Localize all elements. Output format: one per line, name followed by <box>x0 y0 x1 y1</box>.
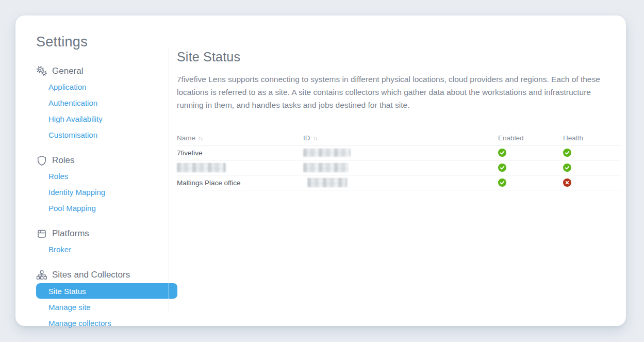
cell-health <box>563 149 621 157</box>
cell-name: Maltings Place office <box>177 179 303 187</box>
redacted-name <box>177 163 226 172</box>
cell-id <box>303 149 498 157</box>
sidebar-item-application[interactable]: Application <box>36 79 177 95</box>
sidebar-item-broker[interactable]: Broker <box>36 241 177 257</box>
site-name: Maltings Place office <box>177 179 241 187</box>
table-row: Maltings Place office <box>177 175 621 190</box>
sidebar-item-identity-mapping[interactable]: Identity Mapping <box>36 184 177 200</box>
column-header-label: Health <box>563 134 583 142</box>
sidebar-section-label: Platforms <box>52 229 89 239</box>
sidebar-section-sites-and-collectors: Sites and CollectorsSite StatusManage si… <box>36 267 177 331</box>
redacted-id <box>307 178 348 187</box>
sidebar-item-authentication[interactable]: Authentication <box>36 95 177 111</box>
cell-enabled <box>498 149 563 157</box>
site-table-body: 7fivefiveMaltings Place office <box>177 145 621 190</box>
sidebar-section-label: Roles <box>52 155 74 166</box>
column-header-health: Health <box>563 134 621 142</box>
column-header-name[interactable]: Name↑↓ <box>177 134 303 142</box>
column-header-id[interactable]: ID↑↓ <box>303 134 498 142</box>
sidebar-section-header: Sites and Collectors <box>36 267 177 283</box>
status-ok-icon <box>563 164 571 172</box>
cell-health <box>563 164 621 172</box>
status-ok-icon <box>498 164 506 172</box>
cell-name <box>177 163 303 172</box>
sidebar-item-customisation[interactable]: Customisation <box>36 127 177 143</box>
redacted-id <box>303 163 349 172</box>
column-header-enabled: Enabled <box>498 134 563 142</box>
sidebar-item-pool-mapping[interactable]: Pool Mapping <box>36 200 177 216</box>
sidebar-section-header: Roles <box>36 152 177 168</box>
shield-icon <box>36 155 47 166</box>
sidebar-section-header: Platforms <box>36 225 177 241</box>
column-header-label: Name <box>177 134 195 142</box>
sidebar-section-header: General <box>36 63 177 79</box>
platform-box-icon <box>36 229 47 239</box>
table-row: 7fivefive <box>177 145 621 160</box>
table-row <box>177 160 621 175</box>
cell-id <box>303 178 498 187</box>
page-title: Settings <box>36 34 88 50</box>
status-ok-icon <box>498 178 506 187</box>
site-table: Name↑↓ID↑↓EnabledHealth 7fivefiveMalting… <box>177 131 621 190</box>
vertical-divider <box>169 46 169 312</box>
settings-card: Settings GeneralApplicationAuthenticatio… <box>15 15 626 326</box>
sidebar-section-platforms: PlatformsBroker <box>36 225 177 257</box>
sidebar-item-manage-collectors[interactable]: Manage collectors <box>36 315 177 331</box>
status-ok-icon <box>498 149 506 157</box>
sidebar-item-roles[interactable]: Roles <box>36 168 177 184</box>
status-ok-icon <box>563 149 571 157</box>
site-name: 7fivefive <box>177 149 203 157</box>
sidebar-section-roles: RolesRolesIdentity MappingPool Mapping <box>36 152 177 216</box>
cell-name: 7fivefive <box>177 149 303 157</box>
column-header-label: ID <box>303 134 310 142</box>
section-title: Site Status <box>177 50 621 64</box>
cell-health <box>563 178 621 187</box>
column-header-label: Enabled <box>498 134 524 142</box>
cell-id <box>303 163 498 172</box>
sidebar-section-label: Sites and Collectors <box>52 270 130 280</box>
sidebar-section-label: General <box>52 66 83 76</box>
sidebar: GeneralApplicationAuthenticationHigh Ava… <box>36 63 177 340</box>
site-table-header: Name↑↓ID↑↓EnabledHealth <box>177 131 621 145</box>
gears-icon <box>36 66 47 76</box>
status-error-icon <box>563 178 571 187</box>
sidebar-section-general: GeneralApplicationAuthenticationHigh Ava… <box>36 63 177 143</box>
section-description: 7fivefive Lens supports connecting to sy… <box>177 73 616 111</box>
sidebar-item-high-availability[interactable]: High Availability <box>36 111 177 127</box>
redacted-id <box>303 149 351 157</box>
cell-enabled <box>498 164 563 172</box>
cell-enabled <box>498 178 563 187</box>
sidebar-item-manage-site[interactable]: Manage site <box>36 299 177 315</box>
sitemap-icon <box>36 270 47 280</box>
sort-arrows-icon[interactable]: ↑↓ <box>310 135 317 142</box>
main-panel: Site Status 7fivefive Lens supports conn… <box>177 50 621 190</box>
sidebar-item-site-status[interactable]: Site Status <box>36 283 177 299</box>
sort-arrows-icon[interactable]: ↑↓ <box>195 135 202 142</box>
